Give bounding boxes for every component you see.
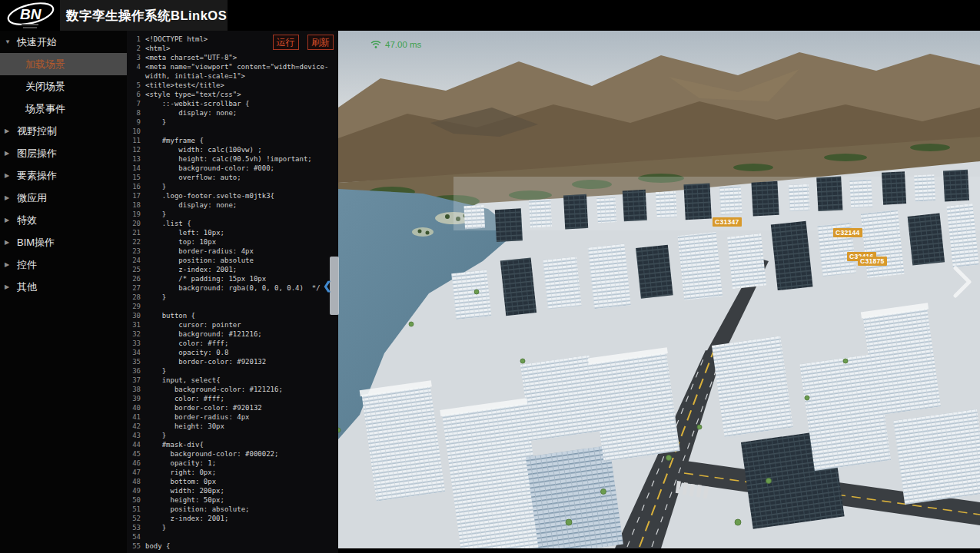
sidebar-group-要素操作[interactable]: ▶要素操作 bbox=[0, 164, 127, 187]
code-line-text: background-color: #000; bbox=[145, 164, 337, 173]
code-line-text: <meta charset="UTF-8"> bbox=[145, 53, 337, 62]
city-3d-scene bbox=[338, 31, 980, 548]
code-line: 51 position: absolute; bbox=[127, 505, 337, 514]
code-line-number: 41 bbox=[127, 412, 145, 422]
code-line-number: 44 bbox=[127, 440, 145, 449]
code-line-text: overflow: auto; bbox=[145, 173, 337, 182]
code-line-text: position: absolute bbox=[145, 256, 337, 265]
sidebar-group-视野控制[interactable]: ▶视野控制 bbox=[0, 120, 127, 142]
chevron-right-icon: ▶ bbox=[5, 231, 9, 253]
code-line-text: border-radius: 4px bbox=[145, 412, 337, 422]
chevron-right-icon: ▶ bbox=[5, 209, 9, 231]
code-line: 41 border-radius: 4px bbox=[127, 412, 337, 422]
sidebar-group-BIM操作[interactable]: ▶BIM操作 bbox=[0, 231, 127, 253]
run-button[interactable]: 运行 bbox=[273, 35, 299, 50]
code-line: 23 border-radius: 4px bbox=[127, 247, 337, 256]
code-line-number: 12 bbox=[127, 145, 145, 154]
code-line: 27 background: rgba(0, 0, 0, 0.4) */ bbox=[127, 283, 337, 293]
code-line-number: 18 bbox=[127, 200, 145, 210]
code-line: 28 } bbox=[127, 293, 337, 302]
code-line-text: right: 0px; bbox=[145, 468, 337, 477]
code-line: 29 bbox=[127, 302, 337, 311]
sidebar-group-label: 快速开始 bbox=[17, 36, 57, 48]
sidebar-group-控件[interactable]: ▶控件 bbox=[0, 253, 127, 276]
building-label-C31875[interactable]: C31875 bbox=[858, 257, 887, 266]
code-line-number: 35 bbox=[127, 357, 145, 366]
app-title: 数字孪生操作系统BLinkOS bbox=[60, 0, 228, 31]
refresh-button[interactable]: 刷新 bbox=[307, 35, 334, 50]
code-line: 16 } bbox=[127, 182, 337, 191]
code-line-number: 30 bbox=[127, 311, 145, 320]
code-line: 48 bottom: 0px bbox=[127, 477, 337, 486]
code-line: 36 } bbox=[127, 366, 337, 376]
code-line-text: <title>test</title> bbox=[145, 81, 337, 90]
code-line-number: 22 bbox=[127, 237, 145, 247]
code-line: 3<meta charset="UTF-8"> bbox=[127, 53, 337, 62]
code-line-number: 17 bbox=[127, 191, 145, 200]
code-line-number: 43 bbox=[127, 431, 145, 440]
code-line-number: 32 bbox=[127, 329, 145, 339]
code-line-number: 45 bbox=[127, 449, 145, 459]
code-line-number: 50 bbox=[127, 495, 145, 505]
code-line-text: opacity: 1; bbox=[145, 459, 337, 468]
code-line-text: cursor: pointer bbox=[145, 320, 337, 329]
code-line: 55body { bbox=[127, 541, 337, 551]
code-line-text: } bbox=[145, 523, 337, 532]
code-line-text: z-index: 2001; bbox=[145, 514, 337, 523]
sidebar-item-加载场景[interactable]: 加载场景 bbox=[0, 53, 127, 75]
code-line-number: 8 bbox=[127, 108, 145, 118]
chevron-down-icon: ▼ bbox=[5, 31, 11, 53]
code-line: 5<title>test</title> bbox=[127, 81, 337, 90]
code-editor-panel[interactable]: 运行 刷新 1<!DOCTYPE html>2<html>3<meta char… bbox=[127, 31, 338, 553]
header-bar: BN 数字孪生操作系统BLinkOS bbox=[0, 0, 980, 31]
code-line-text: height: 30px bbox=[145, 422, 337, 431]
sidebar-group-快速开始[interactable]: ▼快速开始 bbox=[0, 31, 127, 53]
code-line-text: left: 10px; bbox=[145, 228, 337, 237]
code-line-number: 24 bbox=[127, 256, 145, 265]
sidebar-group-其他[interactable]: ▶其他 bbox=[0, 276, 127, 298]
code-line: 49 width: 200px; bbox=[127, 486, 337, 495]
code-line-text: bottom: 0px bbox=[145, 477, 337, 486]
app-root: BN 数字孪生操作系统BLinkOS ▼快速开始加载场景关闭场景场景事件▶视野控… bbox=[0, 0, 980, 553]
code-line-text: top: 10px bbox=[145, 237, 337, 247]
code-line-text bbox=[145, 532, 337, 541]
chevron-right-icon[interactable] bbox=[951, 265, 974, 299]
sidebar-group-图层操作[interactable]: ▶图层操作 bbox=[0, 142, 127, 164]
code-line-number: 42 bbox=[127, 422, 145, 431]
code-line: 19 } bbox=[127, 210, 337, 219]
code-line-text: background: #121216; bbox=[145, 329, 337, 339]
code-line: 12 width: calc(100vw) ; bbox=[127, 145, 337, 154]
code-line-number: 10 bbox=[127, 127, 145, 136]
code-line: 34 opacity: 0.8 bbox=[127, 348, 337, 357]
code-line-text: opacity: 0.8 bbox=[145, 348, 337, 357]
code-line: 42 height: 30px bbox=[127, 422, 337, 431]
code-line: 46 opacity: 1; bbox=[127, 459, 337, 468]
code-line-text: <style type="text/css"> bbox=[145, 90, 337, 99]
building-label-C31347[interactable]: C31347 bbox=[713, 217, 742, 227]
code-line: 30 button { bbox=[127, 311, 337, 320]
sidebar-group-微应用[interactable]: ▶微应用 bbox=[0, 187, 127, 209]
code-line-number: 51 bbox=[127, 505, 145, 514]
sidebar-group-特效[interactable]: ▶特效 bbox=[0, 209, 127, 231]
building-label-C32144[interactable]: C32144 bbox=[833, 228, 862, 237]
code-line-number: 49 bbox=[127, 486, 145, 495]
code-line: 52 z-index: 2001; bbox=[127, 514, 337, 523]
editor-toolbar: 运行 刷新 bbox=[267, 35, 334, 50]
code-line: 7 ::-webkit-scrollbar { bbox=[127, 99, 337, 108]
code-line-text: border-color: #920132 bbox=[145, 403, 337, 412]
code-line-text: } bbox=[145, 366, 337, 376]
sidebar-item-关闭场景[interactable]: 关闭场景 bbox=[0, 75, 127, 98]
code-line-number: 23 bbox=[127, 247, 145, 256]
chevron-right-icon: ▶ bbox=[5, 276, 9, 298]
code-line: 25 z-index: 2001; bbox=[127, 265, 337, 274]
code-lines[interactable]: 1<!DOCTYPE html>2<html>3<meta charset="U… bbox=[127, 35, 337, 551]
code-line-text: input, select{ bbox=[145, 376, 337, 385]
3d-city-viewport[interactable]: 47.00 ms C31347C32144C32416C31875 bbox=[338, 31, 980, 548]
sidebar-item-场景事件[interactable]: 场景事件 bbox=[0, 98, 127, 120]
code-line-text: background-color: #000022; bbox=[145, 449, 337, 459]
code-line-text bbox=[145, 127, 337, 136]
panel-collapse-handle[interactable]: ❮ bbox=[330, 257, 339, 315]
chevron-right-icon: ▶ bbox=[5, 120, 9, 142]
chevron-right-icon: ▶ bbox=[5, 142, 9, 164]
code-line-number: 39 bbox=[127, 394, 145, 403]
